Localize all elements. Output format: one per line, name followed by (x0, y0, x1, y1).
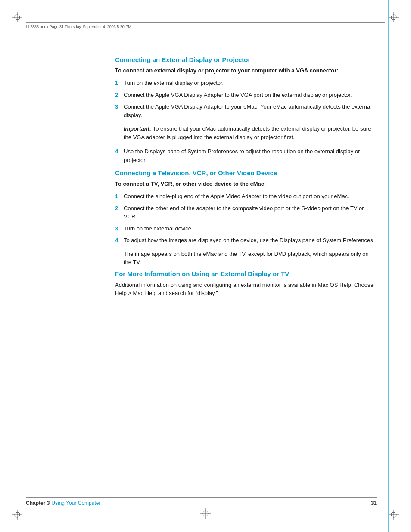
step-text: Connect the other end of the adapter to … (124, 204, 377, 221)
right-blue-line (388, 0, 389, 532)
corner-mark-br (389, 510, 399, 520)
main-content: Connecting an External Display or Projec… (115, 56, 377, 480)
header-text: LL2385.book Page 31 Thursday, September … (26, 25, 131, 29)
step-text: Connect the single-plug end of the Apple… (124, 192, 377, 201)
section1-step4: 4 Use the Displays pane of System Prefer… (115, 147, 377, 164)
section2-note: The image appears on both the eMac and t… (124, 250, 377, 267)
center-bottom-mark (200, 508, 211, 520)
step-number: 1 (115, 192, 124, 201)
section1-intro: To connect an external display or projec… (115, 67, 377, 75)
list-item: 2 Connect the other end of the adapter t… (115, 204, 377, 221)
step-text: Turn on the external display or projecto… (124, 79, 377, 87)
section-more-info: For More Information on Using an Externa… (115, 270, 377, 298)
important-text: To ensure that your eMac automatically d… (124, 125, 371, 140)
header-bar: LL2385.book Page 31 Thursday, September … (26, 22, 385, 29)
step-text: To adjust how the images are displayed o… (124, 236, 377, 245)
step-number: 4 (115, 236, 124, 245)
step-text: Turn on the external device. (124, 224, 377, 233)
corner-mark-bl (12, 510, 22, 520)
step-text: Connect the Apple VGA Display Adapter to… (124, 103, 377, 119)
section2-title: Connecting a Television, VCR, or Other V… (115, 169, 377, 177)
step-text: Connect the Apple VGA Display Adapter to… (124, 91, 377, 100)
list-item: 4 Use the Displays pane of System Prefer… (115, 147, 377, 164)
step-number: 2 (115, 204, 124, 221)
corner-mark-tr (389, 12, 399, 22)
page: LL2385.book Page 31 Thursday, September … (0, 0, 411, 532)
section2-steps: 1 Connect the single-plug end of the App… (115, 192, 377, 245)
step-text: Use the Displays pane of System Preferen… (124, 147, 377, 164)
footer: Chapter 3Using Your Computer 31 (26, 497, 377, 506)
step-number: 3 (115, 224, 124, 233)
section-tv-vcr: Connecting a Television, VCR, or Other V… (115, 169, 377, 267)
corner-mark-tl (12, 12, 22, 22)
step-number: 3 (115, 103, 124, 119)
footer-chapter-name: Using Your Computer (51, 500, 100, 506)
important-block: Important: To ensure that your eMac auto… (124, 124, 377, 141)
list-item: 1 Turn on the external display or projec… (115, 79, 377, 87)
section-external-display: Connecting an External Display or Projec… (115, 56, 377, 164)
list-item: 2 Connect the Apple VGA Display Adapter … (115, 91, 377, 100)
section3-title: For More Information on Using an Externa… (115, 270, 377, 277)
step-number: 2 (115, 91, 124, 100)
list-item: 3 Connect the Apple VGA Display Adapter … (115, 103, 377, 119)
section1-title: Connecting an External Display or Projec… (115, 56, 377, 63)
list-item: 3 Turn on the external device. (115, 224, 377, 233)
footer-page-number: 31 (371, 500, 377, 506)
list-item: 4 To adjust how the images are displayed… (115, 236, 377, 245)
section2-intro: To connect a TV, VCR, or other video dev… (115, 180, 377, 188)
list-item: 1 Connect the single-plug end of the App… (115, 192, 377, 201)
footer-chapter-label: Chapter 3 (26, 500, 50, 506)
step-number: 4 (115, 147, 124, 164)
section3-text: Additional information on using and conf… (115, 281, 377, 298)
footer-left: Chapter 3Using Your Computer (26, 500, 100, 506)
section1-steps: 1 Turn on the external display or projec… (115, 79, 377, 119)
step-number: 1 (115, 79, 124, 87)
important-label: Important: (124, 125, 151, 132)
